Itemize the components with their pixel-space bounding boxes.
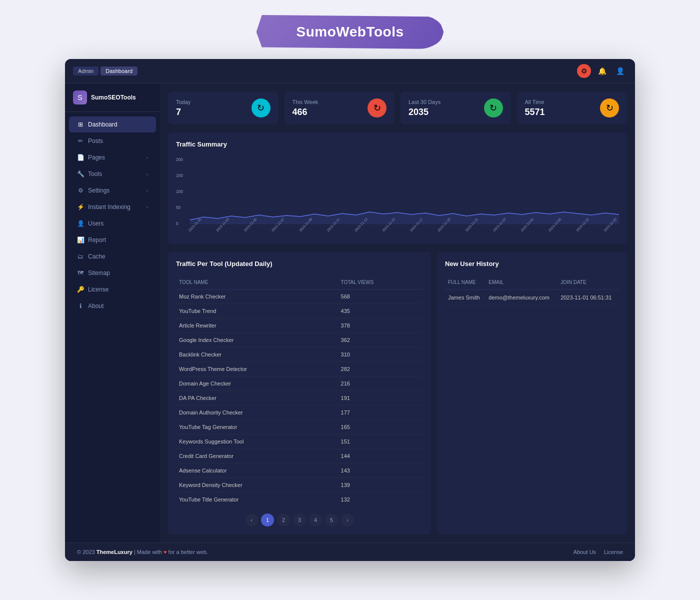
- stat-label-today: Today: [176, 99, 190, 105]
- settings-chevron-icon: ›: [146, 188, 148, 194]
- stat-card-today: Today 7 ↻: [168, 92, 278, 124]
- posts-icon: ✏: [77, 138, 84, 144]
- sidebar-item-tools[interactable]: 🔧 Tools ›: [69, 166, 156, 182]
- sidebar-label-settings: Settings: [88, 187, 142, 194]
- stat-icon-week: ↻: [368, 98, 386, 118]
- sidebar-item-report[interactable]: 📊 Report: [69, 232, 156, 248]
- page-btn-4[interactable]: 4: [309, 514, 322, 526]
- license-icon: 🔑: [77, 286, 84, 293]
- breadcrumb-dashboard[interactable]: Dashboard: [100, 66, 138, 76]
- stat-info-alltime: All Time 5571: [525, 99, 545, 118]
- stat-value-week: 466: [292, 107, 318, 118]
- tool-views-cell: 216: [338, 376, 423, 391]
- table-row: Keywords Suggestion Tool 151: [176, 434, 423, 449]
- sidebar-label-dashboard: Dashboard: [88, 121, 148, 128]
- tool-name-cell: YouTube Trend: [176, 304, 338, 318]
- sidebar-item-users[interactable]: 👤 Users: [69, 216, 156, 232]
- tools-icon: 🔧: [77, 170, 84, 178]
- app-footer: © 2023 ThemeLuxury | Made with ♥ for a b…: [65, 542, 635, 561]
- stat-icon-today: ↻: [252, 98, 270, 118]
- sidebar-label-tools: Tools: [88, 170, 142, 178]
- footer-heart-icon: ♥: [164, 549, 167, 555]
- sidebar-label-about: About: [88, 302, 148, 310]
- page-prev-btn[interactable]: ‹: [245, 514, 258, 526]
- table-row: Credit Card Generator 144: [176, 449, 423, 464]
- table-row: Moz Rank Checker 568: [176, 290, 423, 304]
- sidebar-nav: ⊞ Dashboard ✏ Posts 📄 Pages › 🔧 Tools ›: [65, 112, 160, 318]
- stat-card-30days: Last 30 Days 2035 ↻: [400, 92, 511, 124]
- tool-views-cell: 568: [338, 290, 423, 304]
- sidebar-item-license[interactable]: 🔑 License: [69, 282, 156, 298]
- svg-text:100: 100: [176, 189, 183, 194]
- tool-views-cell: 151: [338, 434, 423, 449]
- page-next-btn[interactable]: ›: [341, 514, 354, 526]
- tool-name-cell: Article Rewriter: [176, 318, 338, 333]
- col-full-name: FULL NAME: [445, 276, 486, 290]
- stat-icon-alltime: ↻: [600, 98, 619, 118]
- tool-name-cell: Keywords Suggestion Tool: [176, 434, 338, 449]
- tool-name-cell: Credit Card Generator: [176, 449, 338, 464]
- main-layout: S SumoSEOTools ⊞ Dashboard ✏ Posts 📄 Pag…: [65, 84, 635, 542]
- tool-views-cell: 139: [338, 478, 423, 492]
- page-btn-3[interactable]: 3: [293, 514, 306, 526]
- tool-name-cell: WordPress Theme Detector: [176, 362, 338, 376]
- sidebar-item-instant-indexing[interactable]: ⚡ Instant Indexing ›: [69, 199, 156, 215]
- tool-name-cell: YouTube Tag Generator: [176, 420, 338, 434]
- stat-info-week: This Week 466: [292, 99, 318, 118]
- instant-indexing-icon: ⚡: [77, 204, 84, 210]
- table-row: YouTube Trend 435: [176, 304, 423, 318]
- traffic-chart-section: Traffic Summary 200 150 100 50 0: [168, 132, 627, 244]
- page-btn-5[interactable]: 5: [325, 514, 338, 526]
- sidebar-item-pages[interactable]: 📄 Pages ›: [69, 150, 156, 166]
- tool-views-cell: 165: [338, 420, 423, 434]
- user-name-cell: James Smith: [445, 290, 486, 306]
- settings-icon-btn[interactable]: ⚙: [577, 64, 591, 78]
- footer-about-link[interactable]: About Us: [574, 549, 596, 555]
- page-btn-1[interactable]: 1: [261, 514, 274, 526]
- sidebar-item-cache[interactable]: 🗂 Cache: [69, 248, 156, 264]
- tool-views-cell: 144: [338, 449, 423, 464]
- table-row: YouTube Tag Generator 165: [176, 420, 423, 434]
- tool-views-cell: 378: [338, 318, 423, 333]
- footer-left: © 2023 ThemeLuxury | Made with ♥ for a b…: [77, 549, 208, 555]
- sidebar-item-sitemap[interactable]: 🗺 Sitemap: [69, 265, 156, 281]
- user-history-title: New User History: [445, 260, 619, 268]
- tool-views-cell: 177: [338, 406, 423, 420]
- chart-container: 200 150 100 50 0: [176, 156, 619, 236]
- tool-views-cell: 310: [338, 348, 423, 362]
- brand-icon: S: [73, 90, 87, 104]
- app-container: Admin Dashboard ⚙ 🔔 👤 S SumoSEOTools ⊞ D…: [65, 59, 635, 561]
- sidebar-label-sitemap: Sitemap: [88, 270, 148, 276]
- col-email: EMAIL: [486, 276, 558, 290]
- breadcrumb-admin[interactable]: Admin: [73, 66, 98, 76]
- instant-indexing-chevron-icon: ›: [146, 204, 148, 210]
- footer-tagline2: for a better web.: [168, 549, 208, 555]
- table-row: Adsense Calculator 143: [176, 464, 423, 478]
- table-row: YouTube Title Generator 132: [176, 492, 423, 507]
- sidebar-item-about[interactable]: ℹ About: [69, 298, 156, 314]
- stat-info-30days: Last 30 Days 2035: [408, 99, 440, 118]
- bell-icon-btn[interactable]: 🔔: [595, 64, 609, 78]
- tool-views-cell: 143: [338, 464, 423, 478]
- users-icon: 👤: [77, 220, 84, 227]
- top-banner: SumoWebTools: [0, 0, 700, 59]
- top-nav: Admin Dashboard ⚙ 🔔 👤: [65, 59, 635, 84]
- svg-text:0: 0: [176, 221, 178, 226]
- sidebar-item-dashboard[interactable]: ⊞ Dashboard: [69, 116, 156, 132]
- table-row: Backlink Checker 310: [176, 348, 423, 362]
- svg-text:50: 50: [176, 205, 180, 210]
- sidebar-label-cache: Cache: [88, 253, 148, 260]
- sidebar-label-users: Users: [88, 220, 148, 227]
- user-icon-btn[interactable]: 👤: [613, 64, 627, 78]
- traffic-table: TOOL NAME TOTAL VIEWS Moz Rank Checker 5…: [176, 276, 423, 506]
- sidebar-item-posts[interactable]: ✏ Posts: [69, 133, 156, 149]
- page-btn-2[interactable]: 2: [277, 514, 290, 526]
- stat-value-today: 7: [176, 107, 190, 118]
- sidebar-item-settings[interactable]: ⚙ Settings ›: [69, 182, 156, 198]
- footer-copyright: © 2023: [77, 549, 96, 555]
- traffic-table-section: Traffic Per Tool (Updated Daily) TOOL NA…: [168, 252, 431, 534]
- sidebar-label-pages: Pages: [88, 154, 142, 161]
- sidebar-label-report: Report: [88, 236, 148, 244]
- stat-card-week: This Week 466 ↻: [284, 92, 395, 124]
- footer-license-link[interactable]: License: [604, 549, 623, 555]
